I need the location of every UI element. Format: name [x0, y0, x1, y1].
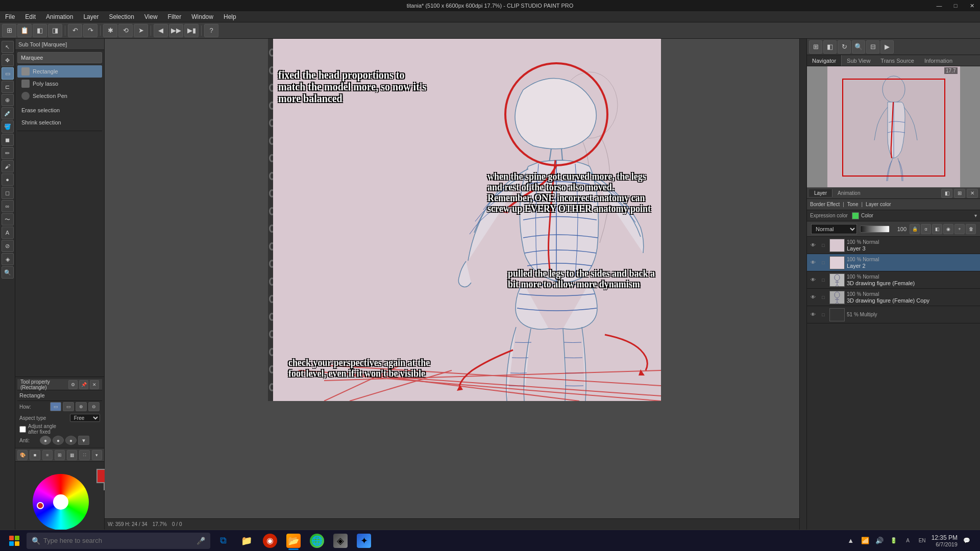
layer-header-btn2[interactable]: ⊞	[954, 189, 965, 198]
tone-btn[interactable]: Tone	[847, 202, 859, 207]
tool-vector[interactable]: ⊘	[2, 240, 14, 252]
color-btn5[interactable]: ▦	[67, 450, 77, 460]
toolbar-btn-6[interactable]: ⟲	[118, 24, 133, 37]
color-btn3[interactable]: ≡	[42, 450, 53, 460]
layer-row-3d-female-copy[interactable]: 👁 □ 100 % Normal 3D drawing figure (Fema…	[807, 289, 980, 306]
menu-selection[interactable]: Selection	[104, 12, 139, 21]
minimize-btn[interactable]: —	[931, 0, 947, 11]
layer-alpha-btn[interactable]: α	[921, 224, 931, 234]
taskbar-app6[interactable]: ✦	[353, 531, 375, 551]
poly-lasso-tool[interactable]: Poly lasso	[17, 78, 102, 90]
layer-3dc-lock[interactable]: □	[819, 293, 827, 302]
close-btn[interactable]: ✕	[964, 0, 980, 11]
tool-3d[interactable]: ◈	[2, 253, 14, 265]
tray-icon-1[interactable]: ▲	[846, 536, 856, 546]
selection-pen-tool[interactable]: Selection Pen	[17, 90, 102, 102]
layer-header-btn3[interactable]: ✕	[967, 189, 978, 198]
ime-icon[interactable]: A	[903, 536, 913, 546]
volume-icon[interactable]: 🔊	[874, 536, 885, 546]
layer-new-btn[interactable]: +	[954, 224, 965, 234]
layer-row-3d-female[interactable]: 👁 □ 100 % Normal 3D drawing figure (Fema…	[807, 271, 980, 289]
color-btn7[interactable]: ▾	[92, 450, 102, 460]
expression-color-swatch[interactable]	[852, 212, 859, 219]
layer-header-btn1[interactable]: ◧	[941, 189, 952, 198]
layer-color-btn[interactable]: Layer color	[866, 202, 891, 207]
tool-gradient[interactable]: ◼	[2, 134, 14, 146]
redo-btn[interactable]: ↷	[83, 24, 97, 37]
tab-navigator[interactable]: Navigator	[807, 55, 842, 66]
layer-3dc-visibility[interactable]: 👁	[809, 293, 817, 302]
drawing-canvas[interactable]: fixed the head proportions to match the …	[273, 39, 661, 401]
adjust-checkbox[interactable]	[19, 426, 26, 433]
tool-smudge[interactable]: 〜	[2, 213, 14, 226]
color-btn6[interactable]: ∷	[79, 450, 89, 460]
search-input[interactable]	[43, 537, 193, 544]
right-tool6[interactable]: ▶	[880, 40, 894, 54]
tool-select[interactable]: ↖	[2, 41, 14, 53]
tool-blend[interactable]: ∞	[2, 200, 14, 212]
toolbar-btn-arrow3[interactable]: ▶▮	[184, 24, 199, 37]
menu-help[interactable]: Help	[218, 12, 241, 21]
layer-3d-lock[interactable]: □	[819, 276, 827, 284]
notification-btn[interactable]: 💬	[962, 536, 972, 546]
system-clock[interactable]: 12:35 PM 6/7/2019	[932, 534, 958, 547]
menu-layer[interactable]: Layer	[78, 12, 104, 21]
network-icon[interactable]: 📶	[860, 536, 870, 546]
right-tool5[interactable]: ⊟	[866, 40, 879, 54]
how-btn4[interactable]: ⊖	[88, 402, 100, 411]
menu-edit[interactable]: Edit	[20, 12, 41, 21]
lang-icon[interactable]: EN	[917, 536, 927, 546]
layer-row-3[interactable]: 👁 □ 100 % Normal Layer 3	[807, 237, 980, 254]
battery-icon[interactable]: 🔋	[889, 536, 899, 546]
tool-text[interactable]: A	[2, 227, 14, 239]
tool-brush[interactable]: 🖌	[2, 160, 14, 172]
menu-window[interactable]: Window	[186, 12, 218, 21]
color-wheel[interactable]	[33, 474, 89, 530]
layer-clip-btn[interactable]: ◧	[932, 224, 942, 234]
marquee-group[interactable]: Marquee	[17, 52, 102, 63]
opacity-slider[interactable]	[860, 226, 890, 233]
canvas-scrollbar-right[interactable]	[799, 39, 806, 530]
color-btn1[interactable]: 🎨	[17, 450, 28, 460]
tool-zoom[interactable]: 🔍	[2, 266, 14, 279]
canvas-area[interactable]: fixed the head proportions to match the …	[105, 39, 806, 530]
layer-3d-visibility[interactable]: 👁	[809, 276, 817, 284]
taskbar-filemanager[interactable]: 📂	[283, 531, 304, 551]
layer-row-2[interactable]: 👁 □ 100 % Normal Layer 2	[807, 254, 980, 271]
navigator-preview[interactable]: 17.7	[807, 66, 980, 188]
toolbar-btn-arrow1[interactable]: ◀	[154, 24, 168, 37]
tool-eraser[interactable]: ◻	[2, 187, 14, 199]
start-button[interactable]	[4, 531, 24, 551]
layer-ref-btn[interactable]: ◉	[943, 224, 953, 234]
prop-btn1[interactable]: ⚙	[68, 380, 78, 389]
rectangle-tool[interactable]: Rectangle	[17, 65, 102, 78]
color-btn2[interactable]: ■	[30, 450, 40, 460]
anti-btn2[interactable]: ●	[53, 436, 64, 445]
taskbar-app5[interactable]: ◈	[330, 531, 351, 551]
taskbar-search[interactable]: 🔍 🎤	[27, 533, 210, 549]
tool-eyedrop[interactable]: 💉	[2, 107, 14, 119]
tool-airbrush[interactable]: ●	[2, 173, 14, 186]
tool-lasso[interactable]: ⊏	[2, 81, 14, 93]
toolbar-btn-2[interactable]: 📋	[17, 24, 32, 37]
tab-layer[interactable]: Layer	[809, 189, 832, 197]
layer-2-visibility[interactable]: 👁	[809, 259, 817, 267]
tab-information[interactable]: Information	[919, 55, 958, 66]
tool-crop[interactable]: ⊕	[2, 94, 14, 106]
layer-3-lock[interactable]: □	[819, 241, 827, 249]
layer-1-lock[interactable]: □	[819, 311, 827, 319]
layer-lock-btn[interactable]: 🔒	[910, 224, 920, 234]
erase-selection-btn[interactable]: Erase selection	[17, 104, 102, 116]
tool-move[interactable]: ✥	[2, 54, 14, 66]
tab-subview[interactable]: Sub View	[842, 55, 875, 66]
tab-transsource[interactable]: Trans Source	[875, 55, 919, 66]
taskbar-browser2[interactable]: 🌐	[306, 531, 328, 551]
border-effect-btn[interactable]: Border Effect	[810, 202, 840, 207]
taskbar-taskview[interactable]: ⧉	[212, 531, 234, 551]
toolbar-btn-3[interactable]: ◧	[33, 24, 47, 37]
anti-btn1[interactable]: ●	[40, 436, 51, 445]
blend-mode-select[interactable]: Normal Multiply Screen Overlay	[811, 224, 857, 234]
color-btn4[interactable]: ⊞	[55, 450, 65, 460]
toolbar-btn-5[interactable]: ✱	[103, 24, 117, 37]
undo-btn[interactable]: ↶	[68, 24, 82, 37]
